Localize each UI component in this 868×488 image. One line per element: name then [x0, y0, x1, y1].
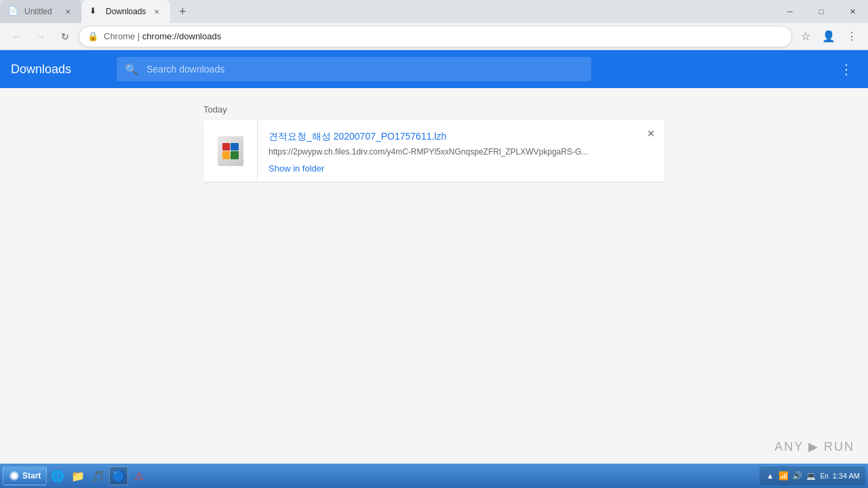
watermark: ANY ▶ RUN: [774, 439, 854, 454]
icon-sq-yellow: [222, 151, 231, 159]
taskbar: Start 🌐 📁 🎵 🔵 ⚠ ▲ 📶 🔊 💻 En 1:34 AM: [0, 464, 868, 488]
forward-button[interactable]: →: [30, 26, 52, 47]
menu-button[interactable]: ⋮: [841, 26, 863, 47]
section-today-label: Today: [0, 104, 868, 120]
show-in-folder-button[interactable]: Show in folder: [269, 163, 324, 174]
search-icon: 🔍: [125, 63, 138, 76]
tray-time[interactable]: 1:34 AM: [833, 472, 860, 480]
tab-untitled-favicon: 📄: [8, 6, 19, 17]
taskbar-items: 🌐 📁 🎵 🔵 ⚠: [48, 466, 149, 485]
icon-sq-red: [222, 143, 231, 151]
back-button[interactable]: ←: [5, 26, 27, 47]
tab-downloads-title: Downloads: [106, 7, 146, 16]
profile-button[interactable]: 👤: [818, 26, 840, 47]
tray-display-icon[interactable]: 💻: [806, 470, 816, 481]
tab-untitled[interactable]: 📄 Untitled ✕: [0, 0, 81, 23]
url-prefix: Chrome |: [104, 31, 142, 41]
tray-arrow-icon[interactable]: ▲: [765, 470, 776, 481]
rar-icon-squares: [222, 143, 239, 159]
downloads-more-button[interactable]: ⋮: [835, 58, 857, 80]
taskbar-media-icon[interactable]: 🎵: [89, 466, 108, 485]
minimize-button[interactable]: ─: [774, 0, 806, 23]
download-list: 견적요청_해성 20200707_PO1757611.lzh https://2…: [0, 120, 868, 182]
addressbar: ← → ↻ 🔒 Chrome | chrome://downloads ☆ 👤 …: [0, 23, 868, 50]
taskbar-explorer-icon[interactable]: 📁: [68, 466, 87, 485]
taskbar-warning-icon[interactable]: ⚠: [130, 466, 149, 485]
tray-volume-icon[interactable]: 🔊: [792, 470, 803, 481]
file-icon: [214, 135, 247, 167]
tab-downloads[interactable]: ⬇ Downloads ✕: [81, 0, 170, 23]
download-info: 견적요청_해성 20200707_PO1757611.lzh https://2…: [258, 120, 665, 182]
download-filename[interactable]: 견적요청_해성 20200707_PO1757611.lzh: [269, 131, 654, 143]
window-controls: ─ □ ✕: [774, 0, 868, 23]
rar-icon-body: [218, 136, 243, 166]
search-bar[interactable]: 🔍: [117, 57, 591, 81]
download-url: https://2pwypw.ch.files.1drv.com/y4mC-RM…: [269, 147, 654, 157]
tab-untitled-title: Untitled: [24, 7, 57, 16]
tray-lang-icon[interactable]: En: [819, 470, 830, 481]
url-bar[interactable]: 🔒 Chrome | chrome://downloads: [79, 26, 792, 47]
downloads-header: Downloads 🔍 ⋮: [0, 50, 868, 88]
start-button[interactable]: Start: [3, 466, 47, 485]
system-tray: ▲ 📶 🔊 💻 En 1:34 AM: [760, 466, 865, 485]
table-row: 견적요청_해성 20200707_PO1757611.lzh https://2…: [203, 120, 665, 182]
tray-network-icon[interactable]: 📶: [778, 470, 789, 481]
dismiss-icon: ✕: [647, 128, 655, 139]
download-thumbnail: [203, 120, 258, 182]
downloads-content: Today 견적요청_해성 20200707_PO1757611.lzh: [0, 88, 868, 464]
taskbar-chrome-icon[interactable]: 🔵: [109, 466, 128, 485]
lock-icon: 🔒: [87, 31, 98, 41]
icon-sq-blue: [231, 143, 239, 151]
bookmark-button[interactable]: ☆: [795, 26, 816, 47]
close-button[interactable]: ✕: [837, 0, 868, 23]
start-icon: [9, 470, 20, 481]
new-tab-button[interactable]: +: [173, 2, 192, 21]
tab-downloads-favicon: ⬇: [90, 6, 100, 17]
icon-sq-green: [231, 151, 239, 159]
download-actions: Show in folder: [269, 163, 654, 174]
dismiss-download-button[interactable]: ✕: [643, 125, 659, 142]
addressbar-actions: ☆ 👤 ⋮: [795, 26, 863, 47]
tab-downloads-close[interactable]: ✕: [151, 6, 162, 17]
taskbar-ie-icon[interactable]: 🌐: [48, 466, 67, 485]
maximize-button[interactable]: □: [806, 0, 837, 23]
search-input[interactable]: [146, 64, 583, 75]
url-value: chrome://downloads: [142, 31, 221, 41]
tab-untitled-close[interactable]: ✕: [62, 6, 73, 17]
downloads-title: Downloads: [11, 62, 106, 77]
start-label: Start: [22, 471, 41, 481]
watermark-text: ANY ▶ RUN: [774, 439, 854, 454]
reload-button[interactable]: ↻: [54, 26, 76, 47]
titlebar: 📄 Untitled ✕ ⬇ Downloads ✕ + ─ □ ✕: [0, 0, 868, 23]
url-text: Chrome | chrome://downloads: [104, 31, 221, 41]
